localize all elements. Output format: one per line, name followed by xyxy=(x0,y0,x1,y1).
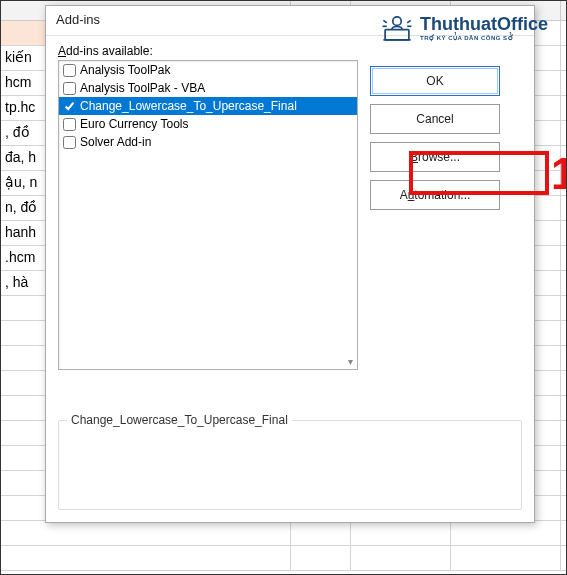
addin-label: Analysis ToolPak - VBA xyxy=(80,81,205,95)
watermark-logo: ThuthuatOffice TRỢ KÝ CỦA DÂN CÔNG SỞ xyxy=(380,11,548,45)
addins-dialog: Add-ins Add-ins available: Analysis Tool… xyxy=(45,5,535,523)
addin-description-title: Change_Lowercase_To_Upercase_Final xyxy=(67,413,292,427)
cell[interactable] xyxy=(451,546,561,570)
addin-item[interactable]: Solver Add-in xyxy=(59,133,357,151)
callout-number: 1 xyxy=(551,149,567,199)
addin-checkbox[interactable] xyxy=(63,100,76,113)
cell[interactable] xyxy=(291,521,351,545)
svg-point-2 xyxy=(393,17,402,26)
cell[interactable] xyxy=(351,546,451,570)
addin-checkbox[interactable] xyxy=(63,82,76,95)
scroll-down-icon[interactable]: ▾ xyxy=(345,357,355,367)
cancel-button[interactable]: Cancel xyxy=(370,104,500,134)
addins-listbox[interactable]: Analysis ToolPak Analysis ToolPak - VBA … xyxy=(58,60,358,370)
automation-button[interactable]: Automation... xyxy=(370,180,500,210)
addin-checkbox[interactable] xyxy=(63,136,76,149)
addin-item[interactable]: Euro Currency Tools xyxy=(59,115,357,133)
cell[interactable] xyxy=(351,521,451,545)
addin-label: Solver Add-in xyxy=(80,135,151,149)
logo-main-text: ThuthuatOffice xyxy=(420,15,548,33)
browse-button[interactable]: Browse... xyxy=(370,142,500,172)
addin-item[interactable]: Analysis ToolPak - VBA xyxy=(59,79,357,97)
addin-item[interactable]: Change_Lowercase_To_Upercase_Final xyxy=(59,97,357,115)
cell[interactable] xyxy=(451,521,561,545)
cell[interactable] xyxy=(1,521,291,545)
cell[interactable] xyxy=(1,546,291,570)
dialog-button-column: OK Cancel Browse... Automation... xyxy=(370,60,500,410)
addin-label: Analysis ToolPak xyxy=(80,63,171,77)
addin-label: Change_Lowercase_To_Upercase_Final xyxy=(80,99,297,113)
addin-item[interactable]: Analysis ToolPak xyxy=(59,61,357,79)
addin-description-group: Change_Lowercase_To_Upercase_Final xyxy=(58,420,522,510)
addin-label: Euro Currency Tools xyxy=(80,117,189,131)
svg-rect-0 xyxy=(385,30,409,40)
ok-button[interactable]: OK xyxy=(370,66,500,96)
addins-available-label: Add-ins available: xyxy=(58,44,522,58)
dialog-body: Add-ins available: Analysis ToolPak Anal… xyxy=(46,36,534,522)
logo-icon xyxy=(380,11,414,45)
svg-line-5 xyxy=(407,20,410,23)
logo-sub-text: TRỢ KÝ CỦA DÂN CÔNG SỞ xyxy=(420,35,548,41)
svg-line-3 xyxy=(383,20,386,23)
cell[interactable] xyxy=(291,546,351,570)
addin-checkbox[interactable] xyxy=(63,64,76,77)
addin-checkbox[interactable] xyxy=(63,118,76,131)
